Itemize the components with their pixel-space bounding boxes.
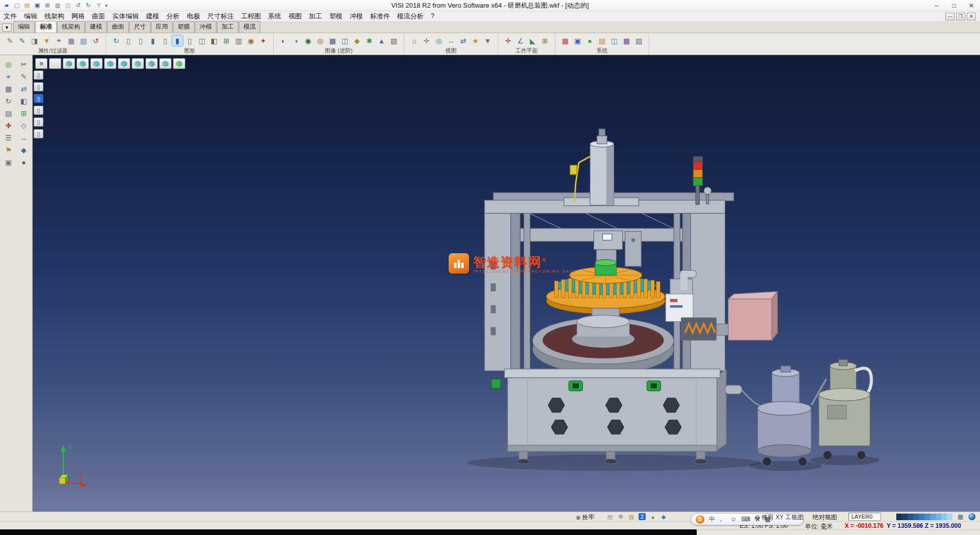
zoom-out-icon[interactable]: ◎	[315, 35, 326, 46]
viewport-menu-icon[interactable]: ≡	[35, 58, 47, 69]
menu-item[interactable]: 建模	[142, 12, 163, 21]
view-fit-icon[interactable]: ✛	[421, 35, 432, 46]
section-view-icon[interactable]: ◫	[197, 35, 207, 46]
menu-item[interactable]: 尺寸标注	[204, 12, 237, 21]
gem-tray-icon[interactable]: ◆	[660, 513, 667, 520]
layer-color-swatch[interactable]	[936, 514, 941, 520]
menu-item[interactable]: 曲面	[88, 12, 109, 21]
attribute-copy-icon[interactable]: ✎	[17, 35, 28, 46]
view-favorite-icon[interactable]: ★	[470, 35, 481, 46]
workplane-grid-icon[interactable]: ⊞	[540, 35, 550, 46]
tab-stamping[interactable]: 冲模	[195, 21, 216, 33]
system-palette-icon[interactable]: ▦	[560, 35, 571, 46]
menu-item[interactable]: 系统	[264, 12, 285, 21]
reset-filter-icon[interactable]: ↺	[90, 35, 101, 46]
tab-wireframe[interactable]: 线架构	[57, 21, 85, 33]
menu-item[interactable]: 实体编辑	[109, 12, 142, 21]
select-icon[interactable]: ◎	[3, 59, 15, 69]
mini-tool-1[interactable]: ▯	[34, 70, 43, 80]
highlight-display-icon[interactable]: ✦	[258, 35, 268, 46]
layer-color-swatch[interactable]	[947, 514, 952, 520]
ime-punct-icon[interactable]: 。	[720, 515, 726, 524]
view-cube-button[interactable]	[63, 58, 75, 69]
view-cube-button[interactable]	[145, 58, 158, 69]
perspective-view-icon[interactable]: ▨	[388, 35, 399, 46]
layer-color-swatch[interactable]	[924, 514, 930, 520]
tab-edit[interactable]: 编辑	[13, 21, 35, 33]
settings-tray-icon[interactable]: ⚙	[617, 513, 624, 520]
menu-lines-icon[interactable]: ☰	[3, 133, 15, 143]
sogou-logo-icon[interactable]: S	[696, 515, 704, 524]
view-cube-button[interactable]	[118, 58, 130, 69]
shaded-edge-mode-icon[interactable]: ▯	[160, 35, 170, 46]
ime-lang-icon[interactable]: 中	[709, 515, 715, 524]
scissors-icon[interactable]: ✂	[18, 59, 30, 69]
zoom-all-icon[interactable]: ◐	[278, 35, 289, 46]
material-display-icon[interactable]: ◉	[246, 35, 256, 46]
transparency-icon[interactable]: ▯	[184, 35, 195, 46]
globe-icon[interactable]	[968, 513, 975, 520]
isometric-view-icon[interactable]: ▲	[376, 35, 387, 46]
list-icon[interactable]: ▤	[3, 108, 15, 118]
tab-surface[interactable]: 曲面	[107, 21, 129, 33]
color-filter-icon[interactable]: ◨	[29, 35, 40, 46]
layer-color-swatch[interactable]	[902, 514, 908, 520]
menu-item[interactable]: 电极	[183, 12, 204, 21]
view-switch-icon[interactable]: ⇄	[458, 35, 469, 46]
previous-view-icon[interactable]: ◆	[352, 35, 362, 46]
grid-status-icon[interactable]: ▦	[958, 513, 963, 520]
swap-icon[interactable]: ⇄	[18, 84, 30, 94]
view-center-icon[interactable]: ◎	[433, 35, 444, 46]
open-file-icon[interactable]: ▤	[22, 2, 32, 10]
mask-filter-icon[interactable]: ▦	[66, 35, 77, 46]
wireframe-mode-icon[interactable]: ▯	[123, 35, 134, 46]
view-home-icon[interactable]: ⌂	[409, 35, 420, 46]
menu-item[interactable]: 网格	[68, 12, 88, 21]
view-cube-button[interactable]	[132, 58, 144, 69]
tab-dimension[interactable]: 尺寸	[129, 21, 151, 33]
print-icon[interactable]: ▥	[53, 2, 62, 10]
menu-item[interactable]: 加工	[305, 12, 326, 21]
shaded-mode-icon[interactable]: ▮	[148, 35, 158, 46]
workplane-origin-icon[interactable]: ✛	[503, 35, 513, 46]
signal-tray-icon[interactable]: ▴	[649, 513, 656, 520]
view-cube-button[interactable]	[159, 58, 172, 69]
grid-icon[interactable]: ▦	[3, 84, 15, 94]
view-cube-button[interactable]	[77, 58, 89, 69]
system-sphere-icon[interactable]: ●	[584, 35, 595, 46]
ime-emoji-icon[interactable]: ☺	[730, 516, 737, 523]
arrows-icon[interactable]: ↔	[18, 133, 30, 143]
mini-tool-2[interactable]: ▯	[34, 82, 43, 91]
tab-standard[interactable]: 标准	[35, 21, 57, 33]
layer-color-swatch[interactable]	[908, 514, 913, 520]
ime-keyboard-icon[interactable]: ⌨	[741, 516, 750, 523]
quick-access-dropdown-icon[interactable]: ▾	[103, 3, 110, 8]
zoom-in-icon[interactable]: ◉	[303, 35, 313, 46]
close-button[interactable]: ✕	[963, 0, 980, 11]
viewport-3d[interactable]: ≡	[33, 55, 980, 512]
layer-color-bar[interactable]	[896, 514, 952, 520]
menu-item[interactable]: 塑模	[326, 12, 346, 21]
layer-color-swatch[interactable]	[896, 514, 902, 520]
refresh-view-icon[interactable]: ✱	[364, 35, 375, 46]
solid-display-icon[interactable]: ⊞	[221, 35, 232, 46]
system-window-icon[interactable]: ◫	[609, 35, 620, 46]
badge-2-tray-icon[interactable]: 2	[639, 513, 646, 520]
menu-item[interactable]: 标准件	[366, 12, 394, 21]
tab-molding[interactable]: 塑膜	[173, 21, 194, 33]
tab-dropdown-icon[interactable]: ▼	[2, 23, 12, 32]
hidden-line-mode-icon[interactable]: ▯	[135, 35, 146, 46]
layer-color-swatch[interactable]	[919, 514, 924, 520]
menu-item[interactable]: 工程图	[237, 12, 264, 21]
undo-icon[interactable]: ↺	[74, 2, 83, 10]
system-display-icon[interactable]: ▣	[572, 35, 583, 46]
new-file-icon[interactable]: ▢	[12, 2, 21, 10]
maximize-button[interactable]: □	[945, 0, 963, 11]
system-settings-icon[interactable]: ▤	[597, 35, 607, 46]
redo-icon[interactable]: ↻	[84, 2, 93, 10]
viewport-blank-button[interactable]	[49, 58, 61, 69]
selection-filter-icon[interactable]: ⌖	[54, 35, 64, 46]
layer-filter-icon[interactable]: ▤	[78, 35, 89, 46]
attribute-edit-icon[interactable]: ✎	[5, 35, 15, 46]
view-pan-icon[interactable]: ↔	[446, 35, 456, 46]
